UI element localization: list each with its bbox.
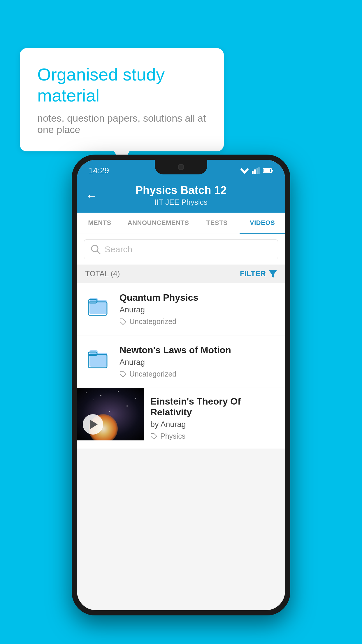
tag-icon [120,318,126,325]
item-title: Newton's Laws of Motion [120,345,277,356]
search-container: Search [77,234,285,265]
speech-bubble: Organised study material notes, question… [20,48,224,151]
tabs-container: MENTS ANNOUNCEMENTS TESTS VIDEOS [77,213,285,234]
content-list: Quantum Physics Anurag Uncategorized [77,283,285,449]
tag-icon [120,371,126,378]
speech-bubble-container: Organised study material notes, question… [20,48,224,151]
play-button[interactable] [83,414,103,435]
folder-icon [88,346,109,370]
speech-bubble-subtitle: notes, question papers, solutions all at… [37,113,206,135]
item-author: Anurag [120,305,277,314]
item-title: Quantum Physics [120,292,277,303]
tab-tests[interactable]: TESTS [194,213,240,234]
tag-label: Uncategorized [129,370,176,378]
tab-ments[interactable]: MENTS [77,213,122,234]
item-title: Einstein's Theory Of Relativity [150,396,279,418]
phone-screen: 14:29 [77,160,285,610]
status-time: 14:29 [89,166,109,175]
item-author: by Anurag [150,420,279,429]
item-icon [85,345,111,371]
wifi-icon [240,167,249,174]
item-icon [85,292,111,318]
tag-icon [150,433,157,440]
svg-rect-7 [272,170,273,172]
svg-rect-3 [256,168,258,174]
status-icons [240,167,273,174]
svg-marker-10 [269,270,277,278]
item-tag: Uncategorized [120,370,277,378]
svg-marker-0 [240,168,249,174]
media-item-text: Einstein's Theory Of Relativity by Anura… [144,388,285,449]
search-input-wrapper[interactable]: Search [84,239,278,259]
svg-rect-4 [258,167,260,174]
svg-rect-6 [263,169,270,172]
phone-container: 14:29 [72,155,290,615]
search-input[interactable]: Search [105,244,132,254]
filter-label: FILTER [240,269,266,278]
svg-rect-2 [254,169,256,174]
item-author: Anurag [120,358,277,367]
front-camera [178,164,184,170]
media-thumbnail [77,388,144,440]
svg-line-9 [97,251,100,254]
thumbnail-bg [77,388,144,440]
item-tag: Uncategorized [120,317,277,326]
filter-button[interactable]: FILTER [240,269,277,278]
folder-icon [88,294,109,317]
signal-icon [252,167,260,174]
tag-label: Uncategorized [129,317,176,326]
list-item[interactable]: Quantum Physics Anurag Uncategorized [77,283,285,335]
filter-bar: TOTAL (4) FILTER [77,265,285,283]
svg-rect-1 [252,171,254,174]
tag-label: Physics [160,432,185,440]
item-tag: Physics [150,432,279,440]
list-item-media[interactable]: Einstein's Theory Of Relativity by Anura… [77,388,285,449]
tab-announcements[interactable]: ANNOUNCEMENTS [122,213,194,234]
header-subtitle: IIT JEE Physics [86,198,276,207]
total-count: TOTAL (4) [85,269,120,278]
app-header: ← Physics Batch 12 IIT JEE Physics [77,179,285,213]
header-title: Physics Batch 12 [86,184,276,197]
list-item[interactable]: Newton's Laws of Motion Anurag Uncategor… [77,335,285,388]
tab-videos[interactable]: VIDEOS [240,213,285,234]
search-icon [91,244,101,254]
battery-icon [263,168,273,173]
item-text: Quantum Physics Anurag Uncategorized [120,292,277,326]
phone-notch [155,160,207,174]
filter-icon [269,270,277,278]
play-triangle-icon [90,420,98,429]
item-text: Newton's Laws of Motion Anurag Uncategor… [120,345,277,378]
phone-frame: 14:29 [72,155,290,615]
speech-bubble-title: Organised study material [37,64,206,106]
back-button[interactable]: ← [86,189,97,202]
